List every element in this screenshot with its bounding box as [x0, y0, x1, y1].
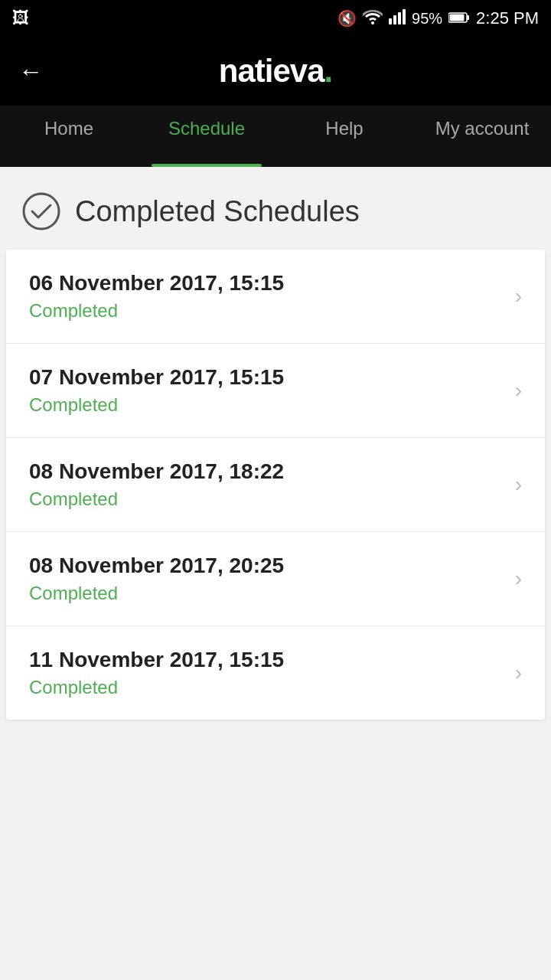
- svg-point-8: [24, 194, 59, 229]
- svg-rect-1: [389, 18, 392, 24]
- schedule-item-info: 06 November 2017, 15:15 Completed: [29, 271, 284, 322]
- schedule-item[interactable]: 06 November 2017, 15:15 Completed ›: [6, 250, 545, 344]
- status-bar-left: 🖼: [12, 8, 29, 28]
- svg-rect-3: [398, 12, 401, 24]
- content-area: Completed Schedules 06 November 2017, 15…: [0, 167, 551, 720]
- schedule-item-info: 08 November 2017, 20:25 Completed: [29, 554, 284, 604]
- status-bar-right: 🔇 95% 2:25 PM: [337, 8, 539, 28]
- tab-schedule[interactable]: Schedule: [138, 113, 276, 167]
- status-bar: 🖼 🔇 95% 2: [0, 0, 551, 37]
- svg-rect-7: [450, 14, 465, 21]
- signal-icon: [389, 9, 406, 28]
- chevron-right-icon: ›: [515, 567, 522, 591]
- schedule-date: 08 November 2017, 20:25: [29, 554, 284, 578]
- schedule-status: Completed: [29, 583, 284, 604]
- page-heading: Completed Schedules: [0, 167, 551, 250]
- schedule-item[interactable]: 08 November 2017, 18:22 Completed ›: [6, 438, 545, 532]
- wifi-icon: [363, 9, 383, 28]
- completed-check-icon: [21, 191, 61, 231]
- chevron-right-icon: ›: [515, 378, 522, 403]
- svg-rect-6: [467, 15, 469, 20]
- app-title-dot: .: [324, 53, 333, 89]
- schedule-item[interactable]: 08 November 2017, 20:25 Completed ›: [6, 532, 545, 626]
- tab-home[interactable]: Home: [0, 113, 138, 167]
- back-button[interactable]: ←: [18, 57, 43, 86]
- status-time: 2:25 PM: [476, 8, 539, 28]
- schedule-date: 11 November 2017, 15:15: [29, 648, 284, 672]
- svg-rect-2: [393, 15, 396, 24]
- schedule-item-info: 07 November 2017, 15:15 Completed: [29, 365, 284, 416]
- schedule-status: Completed: [29, 488, 284, 510]
- chevron-right-icon: ›: [515, 661, 522, 685]
- app-title-text: natieva: [219, 53, 324, 89]
- app-title: natieva.: [219, 53, 332, 90]
- schedule-item-info: 08 November 2017, 18:22 Completed: [29, 459, 284, 510]
- battery-icon: [448, 10, 470, 28]
- chevron-right-icon: ›: [515, 472, 522, 497]
- schedule-item[interactable]: 11 November 2017, 15:15 Completed ›: [6, 626, 545, 720]
- schedule-date: 07 November 2017, 15:15: [29, 365, 284, 390]
- schedule-status: Completed: [29, 300, 284, 322]
- tab-active-indicator: [152, 164, 262, 167]
- top-bar: ← natieva.: [0, 37, 551, 106]
- photo-icon: 🖼: [12, 8, 29, 28]
- schedule-item-info: 11 November 2017, 15:15 Completed: [29, 648, 284, 698]
- schedule-item[interactable]: 07 November 2017, 15:15 Completed ›: [6, 344, 545, 438]
- schedule-status: Completed: [29, 677, 284, 698]
- svg-rect-4: [403, 9, 406, 24]
- svg-point-0: [371, 21, 374, 24]
- tab-my-account[interactable]: My account: [413, 113, 551, 167]
- schedule-date: 08 November 2017, 18:22: [29, 459, 284, 484]
- schedule-date: 06 November 2017, 15:15: [29, 271, 284, 296]
- page-heading-text: Completed Schedules: [75, 195, 360, 228]
- tab-help[interactable]: Help: [276, 113, 413, 167]
- schedule-status: Completed: [29, 394, 284, 416]
- chevron-right-icon: ›: [515, 284, 522, 309]
- nav-tabs: Home Schedule Help My account: [0, 106, 551, 167]
- mute-icon: 🔇: [337, 9, 357, 28]
- schedule-list: 06 November 2017, 15:15 Completed › 07 N…: [6, 250, 545, 720]
- battery-level: 95%: [412, 10, 442, 28]
